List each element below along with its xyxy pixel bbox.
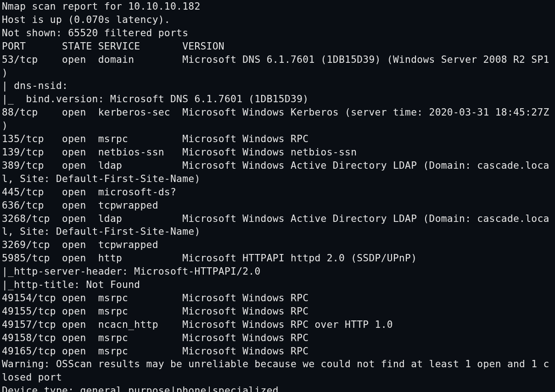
terminal-line: 5985/tcp open http Microsoft HTTPAPI htt… [2,252,417,264]
terminal-line: 3268/tcp open ldap Microsoft Windows Act… [2,213,549,224]
terminal-line: 49154/tcp open msrpc Microsoft Windows R… [2,292,308,304]
terminal-line: 49158/tcp open msrpc Microsoft Windows R… [2,332,308,343]
terminal-line: 3269/tcp open tcpwrapped [2,239,158,250]
terminal-line: l, Site: Default-First-Site-Name) [2,173,201,184]
terminal-line: Host is up (0.070s latency). [2,14,170,25]
terminal-line: 49157/tcp open ncacn_http Microsoft Wind… [2,319,393,330]
terminal-output[interactable]: Nmap scan report for 10.10.10.182 Host i… [0,0,555,392]
terminal-line: ) [2,120,8,131]
terminal-line: l, Site: Default-First-Site-Name) [2,226,201,237]
terminal-line: Device type: general purpose|phone|speci… [2,385,279,392]
terminal-line: 88/tcp open kerberos-sec Microsoft Windo… [2,106,549,118]
terminal-line: |_http-server-header: Microsoft-HTTPAPI/… [2,265,261,277]
terminal-line: |_http-title: Not Found [2,279,140,290]
terminal-line: 135/tcp open msrpc Microsoft Windows RPC [2,133,308,144]
terminal-line: 53/tcp open domain Microsoft DNS 6.1.760… [2,54,549,65]
terminal-line: losed port [2,371,62,383]
terminal-line: 389/tcp open ldap Microsoft Windows Acti… [2,160,549,171]
terminal-line: 445/tcp open microsoft-ds? [2,186,176,198]
terminal-line: 139/tcp open netbios-ssn Microsoft Windo… [2,146,357,158]
terminal-line: Not shown: 65520 filtered ports [2,27,188,39]
terminal-line: ) [2,67,8,78]
terminal-line: | dns-nsid: [2,80,68,91]
terminal-line: 49165/tcp open msrpc Microsoft Windows R… [2,345,308,357]
terminal-line: Warning: OSScan results may be unreliabl… [2,358,549,370]
terminal-line: 49155/tcp open msrpc Microsoft Windows R… [2,305,308,317]
terminal-line: 636/tcp open tcpwrapped [2,199,158,211]
terminal-line: Nmap scan report for 10.10.10.182 [2,0,201,12]
terminal-line: |_ bind.version: Microsoft DNS 6.1.7601 … [2,93,308,105]
terminal-line: PORT STATE SERVICE VERSION [2,40,224,52]
